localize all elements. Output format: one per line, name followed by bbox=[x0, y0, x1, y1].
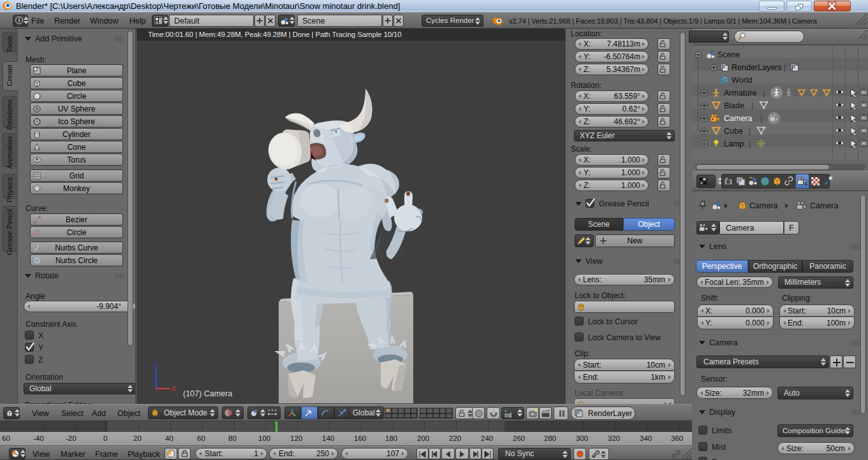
svg-text:X: X bbox=[172, 385, 177, 392]
svg-text:Z: Z bbox=[154, 363, 158, 369]
